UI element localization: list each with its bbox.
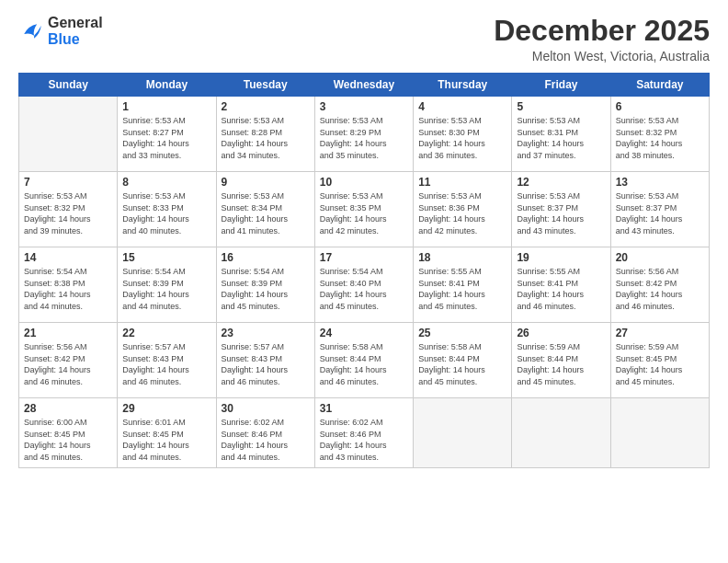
day-info: Sunrise: 5:59 AM Sunset: 8:45 PM Dayligh… xyxy=(616,341,704,387)
calendar-table: Sunday Monday Tuesday Wednesday Thursday… xyxy=(18,73,710,467)
day-number: 14 xyxy=(24,251,112,264)
col-wednesday: Wednesday xyxy=(314,74,413,97)
day-number: 26 xyxy=(517,327,605,339)
table-row: 16Sunrise: 5:54 AM Sunset: 8:39 PM Dayli… xyxy=(216,247,314,323)
table-row: 27Sunrise: 5:59 AM Sunset: 8:45 PM Dayli… xyxy=(610,323,709,398)
table-row: 10Sunrise: 5:53 AM Sunset: 8:35 PM Dayli… xyxy=(314,172,413,247)
table-row xyxy=(512,398,610,467)
day-number: 3 xyxy=(320,100,408,113)
table-row: 17Sunrise: 5:54 AM Sunset: 8:40 PM Dayli… xyxy=(314,247,413,323)
table-row: 23Sunrise: 5:57 AM Sunset: 8:43 PM Dayli… xyxy=(216,323,314,398)
col-sunday: Sunday xyxy=(19,74,118,97)
table-row: 26Sunrise: 5:59 AM Sunset: 8:44 PM Dayli… xyxy=(512,323,610,398)
day-info: Sunrise: 5:59 AM Sunset: 8:44 PM Dayligh… xyxy=(517,341,605,387)
logo-icon xyxy=(18,18,44,44)
day-number: 1 xyxy=(122,100,210,113)
day-info: Sunrise: 5:54 AM Sunset: 8:39 PM Dayligh… xyxy=(222,266,310,312)
table-row: 8Sunrise: 5:53 AM Sunset: 8:33 PM Daylig… xyxy=(118,172,216,247)
table-row xyxy=(19,97,118,172)
day-number: 23 xyxy=(222,327,310,339)
table-row: 20Sunrise: 5:56 AM Sunset: 8:42 PM Dayli… xyxy=(610,247,709,323)
day-info: Sunrise: 5:53 AM Sunset: 8:29 PM Dayligh… xyxy=(320,115,408,161)
day-info: Sunrise: 5:53 AM Sunset: 8:36 PM Dayligh… xyxy=(418,190,506,236)
day-info: Sunrise: 5:53 AM Sunset: 8:28 PM Dayligh… xyxy=(222,115,310,161)
day-number: 7 xyxy=(24,176,112,189)
day-number: 11 xyxy=(418,176,506,189)
table-row: 25Sunrise: 5:58 AM Sunset: 8:44 PM Dayli… xyxy=(414,323,512,398)
day-info: Sunrise: 5:53 AM Sunset: 8:33 PM Dayligh… xyxy=(122,190,210,236)
table-row: 22Sunrise: 5:57 AM Sunset: 8:43 PM Dayli… xyxy=(118,323,216,398)
day-info: Sunrise: 5:53 AM Sunset: 8:32 PM Dayligh… xyxy=(24,190,112,236)
month-title: December 2025 xyxy=(494,15,710,47)
day-info: Sunrise: 5:53 AM Sunset: 8:31 PM Dayligh… xyxy=(517,115,605,161)
table-row: 9Sunrise: 5:53 AM Sunset: 8:34 PM Daylig… xyxy=(216,172,314,247)
table-row: 12Sunrise: 5:53 AM Sunset: 8:37 PM Dayli… xyxy=(512,172,610,247)
table-row: 28Sunrise: 6:00 AM Sunset: 8:45 PM Dayli… xyxy=(19,398,118,467)
day-info: Sunrise: 5:58 AM Sunset: 8:44 PM Dayligh… xyxy=(418,341,506,387)
title-block: December 2025 Melton West, Victoria, Aus… xyxy=(494,15,710,63)
table-row: 24Sunrise: 5:58 AM Sunset: 8:44 PM Dayli… xyxy=(314,323,413,398)
day-info: Sunrise: 5:57 AM Sunset: 8:43 PM Dayligh… xyxy=(222,341,310,387)
day-number: 31 xyxy=(320,402,408,415)
day-info: Sunrise: 6:02 AM Sunset: 8:46 PM Dayligh… xyxy=(320,417,408,463)
table-row: 1Sunrise: 5:53 AM Sunset: 8:27 PM Daylig… xyxy=(118,97,216,172)
day-number: 8 xyxy=(122,176,210,189)
location: Melton West, Victoria, Australia xyxy=(494,49,710,63)
table-row: 6Sunrise: 5:53 AM Sunset: 8:32 PM Daylig… xyxy=(610,97,709,172)
table-row: 29Sunrise: 6:01 AM Sunset: 8:45 PM Dayli… xyxy=(118,398,216,467)
col-thursday: Thursday xyxy=(414,74,512,97)
day-number: 17 xyxy=(320,251,408,264)
table-row: 7Sunrise: 5:53 AM Sunset: 8:32 PM Daylig… xyxy=(19,172,118,247)
table-row xyxy=(610,398,709,467)
day-number: 21 xyxy=(24,327,112,339)
day-info: Sunrise: 5:58 AM Sunset: 8:44 PM Dayligh… xyxy=(320,341,408,387)
day-info: Sunrise: 6:02 AM Sunset: 8:46 PM Dayligh… xyxy=(222,417,310,463)
day-number: 4 xyxy=(418,100,506,113)
table-row: 18Sunrise: 5:55 AM Sunset: 8:41 PM Dayli… xyxy=(414,247,512,323)
table-row: 19Sunrise: 5:55 AM Sunset: 8:41 PM Dayli… xyxy=(512,247,610,323)
table-row: 4Sunrise: 5:53 AM Sunset: 8:30 PM Daylig… xyxy=(414,97,512,172)
day-info: Sunrise: 5:53 AM Sunset: 8:34 PM Dayligh… xyxy=(222,190,310,236)
day-info: Sunrise: 5:53 AM Sunset: 8:37 PM Dayligh… xyxy=(517,190,605,236)
day-number: 19 xyxy=(517,251,605,264)
day-info: Sunrise: 5:53 AM Sunset: 8:30 PM Dayligh… xyxy=(418,115,506,161)
day-number: 2 xyxy=(222,100,310,113)
day-number: 24 xyxy=(320,327,408,339)
day-number: 28 xyxy=(24,402,112,415)
day-number: 10 xyxy=(320,176,408,189)
day-number: 29 xyxy=(122,402,210,415)
col-tuesday: Tuesday xyxy=(216,74,314,97)
day-info: Sunrise: 5:54 AM Sunset: 8:38 PM Dayligh… xyxy=(24,266,112,312)
table-row xyxy=(414,398,512,467)
day-info: Sunrise: 5:53 AM Sunset: 8:37 PM Dayligh… xyxy=(616,190,704,236)
logo: General Blue xyxy=(18,15,103,48)
table-row: 3Sunrise: 5:53 AM Sunset: 8:29 PM Daylig… xyxy=(314,97,413,172)
day-info: Sunrise: 5:56 AM Sunset: 8:42 PM Dayligh… xyxy=(24,341,112,387)
day-number: 27 xyxy=(616,327,704,339)
table-row: 15Sunrise: 5:54 AM Sunset: 8:39 PM Dayli… xyxy=(118,247,216,323)
day-number: 9 xyxy=(222,176,310,189)
day-info: Sunrise: 5:57 AM Sunset: 8:43 PM Dayligh… xyxy=(122,341,210,387)
day-number: 18 xyxy=(418,251,506,264)
col-friday: Friday xyxy=(512,74,610,97)
day-number: 13 xyxy=(616,176,704,189)
day-number: 20 xyxy=(616,251,704,264)
table-row: 2Sunrise: 5:53 AM Sunset: 8:28 PM Daylig… xyxy=(216,97,314,172)
day-number: 15 xyxy=(122,251,210,264)
day-info: Sunrise: 5:53 AM Sunset: 8:27 PM Dayligh… xyxy=(122,115,210,161)
col-saturday: Saturday xyxy=(610,74,709,97)
table-row: 31Sunrise: 6:02 AM Sunset: 8:46 PM Dayli… xyxy=(314,398,413,467)
day-number: 22 xyxy=(122,327,210,339)
day-info: Sunrise: 5:54 AM Sunset: 8:40 PM Dayligh… xyxy=(320,266,408,312)
day-number: 5 xyxy=(517,100,605,113)
table-row: 13Sunrise: 5:53 AM Sunset: 8:37 PM Dayli… xyxy=(610,172,709,247)
table-row: 5Sunrise: 5:53 AM Sunset: 8:31 PM Daylig… xyxy=(512,97,610,172)
day-info: Sunrise: 5:53 AM Sunset: 8:35 PM Dayligh… xyxy=(320,190,408,236)
day-number: 16 xyxy=(222,251,310,264)
day-info: Sunrise: 6:01 AM Sunset: 8:45 PM Dayligh… xyxy=(122,417,210,463)
header: General Blue December 2025 Melton West, … xyxy=(18,15,710,63)
table-row: 30Sunrise: 6:02 AM Sunset: 8:46 PM Dayli… xyxy=(216,398,314,467)
day-number: 6 xyxy=(616,100,704,113)
day-info: Sunrise: 5:54 AM Sunset: 8:39 PM Dayligh… xyxy=(122,266,210,312)
calendar-header-row: Sunday Monday Tuesday Wednesday Thursday… xyxy=(19,74,710,97)
